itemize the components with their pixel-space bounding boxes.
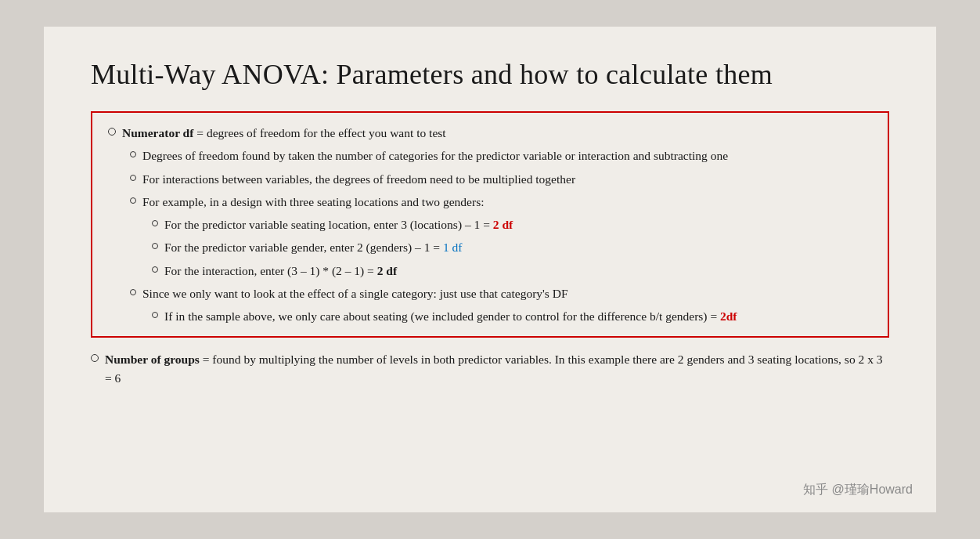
single-category-text: Since we only want to look at the effect… <box>142 284 568 302</box>
bullet-gender: For the predictor variable gender, enter… <box>108 238 872 256</box>
if-seating-df-value: 2df <box>720 309 737 323</box>
example-text: For example, in a design with three seat… <box>142 193 484 211</box>
bullet-seating-location: For the predictor variable seating locat… <box>108 215 872 233</box>
watermark: 知乎 @瑾瑜Howard <box>803 482 913 498</box>
bullet-dot-8 <box>130 289 136 295</box>
gender-df-value: 1 df <box>443 241 463 254</box>
number-of-groups-bold: Number of groups <box>105 353 200 366</box>
gender-text: For the predictor variable gender, enter… <box>164 238 462 256</box>
slide: Multi-Way ANOVA: Parameters and how to c… <box>44 27 936 512</box>
seating-df-value: 2 df <box>493 218 513 231</box>
bullet-example: For example, in a design with three seat… <box>108 193 872 211</box>
bullet-dot-9 <box>152 312 158 318</box>
bullet-dot <box>108 128 116 136</box>
bullet-dot-4 <box>130 197 136 204</box>
slide-title: Multi-Way ANOVA: Parameters and how to c… <box>91 58 889 91</box>
bullet-dot-2 <box>130 151 136 157</box>
if-seating-text: If in the sample above, we only care abo… <box>164 307 737 325</box>
seating-location-text: For the predictor variable seating locat… <box>164 215 513 233</box>
bullet-numerator-df: Numerator df = degrees of freedom for th… <box>108 124 872 142</box>
bullet-dot-6 <box>152 243 158 249</box>
bullet-dof-categories: Degrees of freedom found by taken the nu… <box>108 147 872 165</box>
bullet-dot-5 <box>152 220 158 226</box>
bullet-dot-groups <box>91 354 99 362</box>
interaction-calc-text: For the interaction, enter (3 – 1) * (2 … <box>164 262 397 280</box>
bullet-number-of-groups: Number of groups = found by multiplying … <box>91 350 889 387</box>
bullet-dot-7 <box>152 266 158 273</box>
bullet-if-seating: If in the sample above, we only care abo… <box>108 307 872 325</box>
red-box: Numerator df = degrees of freedom for th… <box>91 111 889 338</box>
numerator-df-bold: Numerator df <box>122 126 193 139</box>
interaction-df-value: 2 df <box>377 264 397 277</box>
bullet-single-category: Since we only want to look at the effect… <box>108 284 872 302</box>
interactions-text: For interactions between variables, the … <box>142 170 575 188</box>
number-of-groups-text: Number of groups = found by multiplying … <box>105 350 889 387</box>
bullet-interactions: For interactions between variables, the … <box>108 170 872 188</box>
bullet-interaction-calc: For the interaction, enter (3 – 1) * (2 … <box>108 262 872 280</box>
bullet-dot-3 <box>130 175 136 181</box>
dof-categories-text: Degrees of freedom found by taken the nu… <box>142 147 728 165</box>
numerator-df-text: Numerator df = degrees of freedom for th… <box>122 124 446 142</box>
